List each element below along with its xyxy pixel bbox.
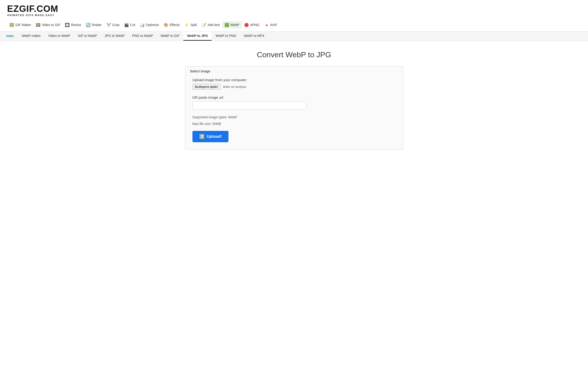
- crop-icon: ✂️: [106, 23, 111, 27]
- subnav-jpg-to-webp[interactable]: JPG to WebP: [101, 32, 128, 41]
- nav-crop[interactable]: ✂️ Crop: [104, 21, 122, 28]
- subnav-webp-to-jpg[interactable]: WebP to JPG: [183, 32, 212, 41]
- or-paste-label: OR paste image url:: [192, 95, 396, 99]
- upload-button[interactable]: ⬆️ Upload!: [192, 131, 228, 142]
- logo-tagline: ANIMATED GIFS MADE EASY: [7, 14, 581, 17]
- file-input-row: Выберите файл Файл не выбран: [192, 84, 396, 90]
- nav-apng[interactable]: 🔴 APNG: [242, 21, 262, 28]
- supported-types: Supported image types: WebP: [192, 115, 396, 120]
- nav-add-text[interactable]: 📝 Add text: [199, 21, 222, 28]
- file-no-chosen-label: Файл не выбран: [223, 85, 246, 89]
- video-to-gif-icon: 🎞️: [36, 23, 40, 27]
- upload-button-label: Upload!: [207, 134, 222, 139]
- main-nav: 🖼️ GIF Maker 🎞️ Video to GIF 🔲 Resize 🔄 …: [0, 19, 588, 28]
- main-content: Convert WebP to JPG Select image Upload …: [180, 41, 408, 159]
- nav-resize[interactable]: 🔲 Resize: [63, 21, 83, 28]
- resize-icon: 🔲: [65, 23, 70, 27]
- subnav-wrapper: webp WebP maker Video to WebP GIF to Web…: [0, 31, 588, 41]
- effects-icon: 🎨: [164, 23, 169, 27]
- file-choose-button[interactable]: Выберите файл: [192, 84, 220, 90]
- subnav-video-to-webp[interactable]: Video to WebP: [45, 32, 74, 41]
- logo-text[interactable]: EZGIF.COM: [7, 4, 581, 13]
- apng-icon: 🔴: [244, 23, 249, 27]
- add-text-icon: 📝: [202, 23, 206, 27]
- subnav-webp-maker[interactable]: WebP maker: [18, 32, 44, 41]
- nav-cut[interactable]: 🎬 Cut: [122, 21, 138, 28]
- cut-icon: 🎬: [124, 23, 129, 27]
- logo-area: EZGIF.COM ANIMATED GIFS MADE EASY: [0, 0, 588, 19]
- subnav-gif-to-webp[interactable]: GIF to WebP: [74, 32, 101, 41]
- subnav-webp-to-png[interactable]: WebP to PNG: [212, 32, 240, 41]
- nav-split[interactable]: ⚡ Split: [182, 21, 199, 28]
- form-legend: Select image: [190, 69, 211, 73]
- upload-label: Upload image from your computer:: [192, 78, 396, 82]
- webp-nav-icon: 🟩: [225, 23, 229, 27]
- nav-webp[interactable]: 🟩 WebP: [222, 21, 242, 28]
- subnav-webp-to-mp4[interactable]: WebP to MP4: [240, 32, 268, 41]
- gif-maker-icon: 🖼️: [10, 23, 14, 27]
- subnav-webp-to-gif[interactable]: WebP to GIF: [157, 32, 183, 41]
- nav-effects[interactable]: 🎨 Effects: [161, 21, 182, 28]
- avif-icon: 🔺: [264, 23, 269, 27]
- nav-gif-maker[interactable]: 🖼️ GIF Maker: [7, 21, 33, 28]
- nav-optimize[interactable]: 📊 Optimize: [138, 21, 161, 28]
- optimize-icon: 📊: [140, 23, 145, 27]
- upload-icon: ⬆️: [199, 134, 205, 139]
- subnav-webp-logo[interactable]: webp: [2, 32, 18, 41]
- page-title: Convert WebP to JPG: [185, 50, 403, 59]
- nav-rotate[interactable]: 🔄 Rotate: [83, 21, 104, 28]
- subnav-png-to-webp[interactable]: PNG to WebP: [128, 32, 157, 41]
- upload-form-card: Select image Upload image from your comp…: [185, 66, 403, 150]
- webp-subnav: webp WebP maker Video to WebP GIF to Web…: [0, 32, 588, 41]
- rotate-icon: 🔄: [86, 23, 90, 27]
- split-icon: ⚡: [184, 23, 189, 27]
- max-file-size: Max file size: 50MB: [192, 121, 396, 126]
- nav-video-to-gif[interactable]: 🎞️ Video to GIF: [33, 21, 63, 28]
- nav-avif[interactable]: 🔺 AVIF: [262, 21, 280, 28]
- form-body: Upload image from your computer: Выберит…: [185, 73, 403, 149]
- url-input[interactable]: [192, 101, 306, 109]
